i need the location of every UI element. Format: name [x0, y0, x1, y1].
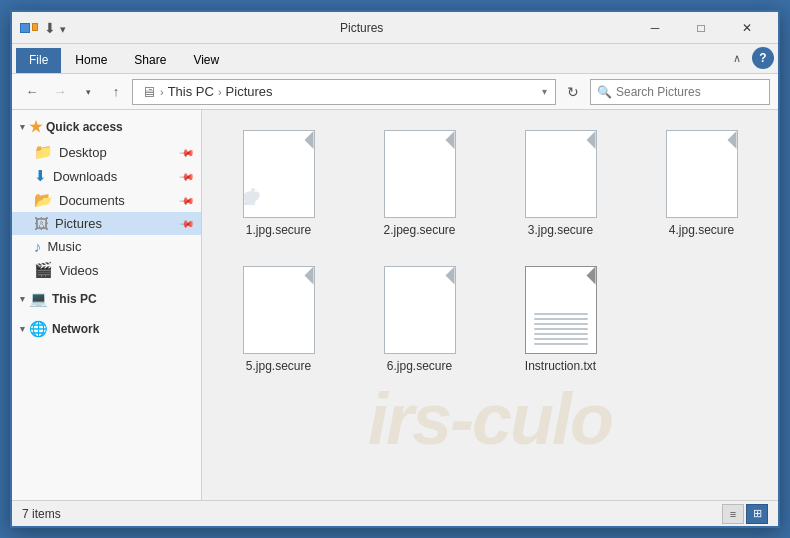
sidebar-item-documents[interactable]: 📂 Documents 📌 — [12, 188, 201, 212]
path-thispc[interactable]: This PC — [168, 84, 214, 99]
up-button[interactable]: ↑ — [104, 80, 128, 104]
file-item-7[interactable]: Instruction.txt — [494, 256, 627, 384]
sidebar-item-downloads[interactable]: ⬇ Downloads 📌 — [12, 164, 201, 188]
file-name-1: 1.jpg.secure — [246, 223, 311, 239]
file-icon-5 — [243, 266, 315, 354]
ribbon-collapse-button[interactable]: ∧ — [726, 47, 748, 69]
status-items-label: items — [32, 507, 61, 521]
this-pc-chevron: ▾ — [20, 294, 25, 304]
view-toggle: ≡ ⊞ — [722, 504, 768, 524]
pin-icon: 📌 — [179, 144, 195, 160]
downloads-folder-icon: ⬇ — [34, 167, 47, 185]
tab-view[interactable]: View — [180, 48, 232, 73]
main-content: ▾ ★ Quick access 📁 Desktop 📌 ⬇ Downloads… — [12, 110, 778, 500]
file-icon-6 — [384, 266, 456, 354]
file-thumbnail-3 — [521, 129, 601, 219]
network-chevron: ▾ — [20, 324, 25, 334]
path-computer-icon: 🖥 — [141, 83, 156, 100]
file-item-6[interactable]: 6.jpg.secure — [353, 256, 486, 384]
file-item-1[interactable]: ♚ 1.jpg.secure — [212, 120, 345, 248]
search-icon: 🔍 — [597, 85, 612, 99]
address-path[interactable]: 🖥 › This PC › Pictures ▾ — [132, 79, 556, 105]
forward-button[interactable]: → — [48, 80, 72, 104]
file-item-4[interactable]: 4.jpg.secure — [635, 120, 768, 248]
list-view-button[interactable]: ≡ — [722, 504, 744, 524]
file-thumbnail-5 — [239, 265, 319, 355]
status-bar: 7 items ≡ ⊞ — [12, 500, 778, 526]
file-thumbnail-4 — [662, 129, 742, 219]
file-thumbnail-7 — [521, 265, 601, 355]
title-bar: ⬇ ▾ Pictures ─ □ ✕ — [12, 12, 778, 44]
pin-icon-3: 📌 — [179, 192, 195, 208]
file-name-6: 6.jpg.secure — [387, 359, 452, 375]
sidebar-item-videos[interactable]: 🎬 Videos — [12, 258, 201, 282]
close-button[interactable]: ✕ — [724, 12, 770, 44]
sidebar-item-music-label: Music — [48, 239, 82, 254]
status-count: 7 — [22, 507, 29, 521]
pin-icon-4: 📌 — [179, 215, 195, 231]
file-item-2[interactable]: 2.jpeg.secure — [353, 120, 486, 248]
path-pictures[interactable]: Pictures — [226, 84, 273, 99]
recent-locations-button[interactable]: ▾ — [76, 80, 100, 104]
sidebar-item-downloads-label: Downloads — [53, 169, 117, 184]
network-icon: 🌐 — [29, 320, 48, 338]
file-icon-1: ♚ — [243, 130, 315, 218]
sidebar-this-pc-header[interactable]: ▾ 💻 This PC — [12, 286, 201, 312]
file-name-3: 3.jpg.secure — [528, 223, 593, 239]
pictures-folder-icon: 🖼 — [34, 215, 49, 232]
path-dropdown-button[interactable]: ▾ — [542, 86, 547, 97]
minimize-button[interactable]: ─ — [632, 12, 678, 44]
file-icon-3 — [525, 130, 597, 218]
sidebar-item-pictures-label: Pictures — [55, 216, 102, 231]
sidebar: ▾ ★ Quick access 📁 Desktop 📌 ⬇ Downloads… — [12, 110, 202, 500]
tab-share[interactable]: Share — [121, 48, 179, 73]
window-icon — [20, 21, 38, 35]
sidebar-item-pictures[interactable]: 🖼 Pictures 📌 — [12, 212, 201, 235]
title-controls: ─ □ ✕ — [632, 12, 770, 44]
search-input[interactable] — [616, 85, 763, 99]
explorer-window: ⬇ ▾ Pictures ─ □ ✕ File Home Share View … — [10, 10, 780, 528]
computer-icon: 💻 — [29, 290, 48, 308]
file-grid: irs-culo ♚ 1.jpg.secure 2.jpeg.secure — [202, 110, 778, 500]
search-box[interactable]: 🔍 — [590, 79, 770, 105]
file-item-3[interactable]: 3.jpg.secure — [494, 120, 627, 248]
file-name-2: 2.jpeg.secure — [383, 223, 455, 239]
file-icon-2 — [384, 130, 456, 218]
sidebar-item-desktop-label: Desktop — [59, 145, 107, 160]
sidebar-item-desktop[interactable]: 📁 Desktop 📌 — [12, 140, 201, 164]
file-item-5[interactable]: 5.jpg.secure — [212, 256, 345, 384]
file-thumbnail-1: ♚ — [239, 129, 319, 219]
videos-folder-icon: 🎬 — [34, 261, 53, 279]
pin-icon-2: 📌 — [179, 168, 195, 184]
sidebar-network-header[interactable]: ▾ 🌐 Network — [12, 316, 201, 342]
grid-view-button[interactable]: ⊞ — [746, 504, 768, 524]
file-name-7: Instruction.txt — [525, 359, 596, 375]
txt-lines — [534, 313, 588, 345]
tab-file[interactable]: File — [16, 48, 61, 73]
qat-dropdown[interactable]: ▾ — [60, 23, 66, 36]
file-icon-7 — [525, 266, 597, 354]
this-pc-label: This PC — [52, 292, 97, 306]
ribbon-tabs: File Home Share View ∧ ? — [12, 44, 778, 74]
music-folder-icon: ♪ — [34, 238, 42, 255]
file-name-5: 5.jpg.secure — [246, 359, 311, 375]
sidebar-quick-access-header[interactable]: ▾ ★ Quick access — [12, 114, 201, 140]
tab-home[interactable]: Home — [62, 48, 120, 73]
file-icon-4 — [666, 130, 738, 218]
qat-icon: ⬇ — [44, 20, 56, 36]
file-thumbnail-2 — [380, 129, 460, 219]
quick-access-label: Quick access — [46, 120, 123, 134]
file-name-4: 4.jpg.secure — [669, 223, 734, 239]
address-bar: ← → ▾ ↑ 🖥 › This PC › Pictures ▾ ↻ 🔍 — [12, 74, 778, 110]
back-button[interactable]: ← — [20, 80, 44, 104]
watermark: irs-culo — [368, 378, 612, 460]
file-thumbnail-6 — [380, 265, 460, 355]
window-title: Pictures — [340, 21, 632, 35]
sidebar-item-videos-label: Videos — [59, 263, 99, 278]
help-button[interactable]: ? — [752, 47, 774, 69]
quick-access-chevron: ▾ — [20, 122, 25, 132]
sidebar-item-documents-label: Documents — [59, 193, 125, 208]
maximize-button[interactable]: □ — [678, 12, 724, 44]
sidebar-item-music[interactable]: ♪ Music — [12, 235, 201, 258]
refresh-button[interactable]: ↻ — [560, 79, 586, 105]
